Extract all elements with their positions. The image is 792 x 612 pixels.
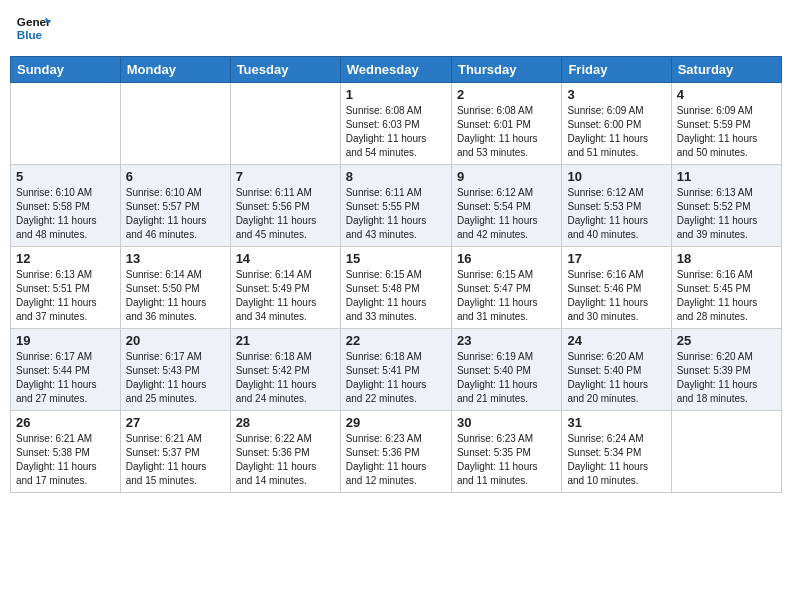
- day-of-week-header: Tuesday: [230, 57, 340, 83]
- day-info: Sunrise: 6:15 AM Sunset: 5:48 PM Dayligh…: [346, 268, 446, 324]
- calendar-cell: 30Sunrise: 6:23 AM Sunset: 5:35 PM Dayli…: [451, 411, 561, 493]
- calendar-cell: [11, 83, 121, 165]
- calendar-cell: 11Sunrise: 6:13 AM Sunset: 5:52 PM Dayli…: [671, 165, 781, 247]
- day-info: Sunrise: 6:12 AM Sunset: 5:53 PM Dayligh…: [567, 186, 665, 242]
- calendar-week-row: 1Sunrise: 6:08 AM Sunset: 6:03 PM Daylig…: [11, 83, 782, 165]
- calendar-cell: 25Sunrise: 6:20 AM Sunset: 5:39 PM Dayli…: [671, 329, 781, 411]
- calendar-cell: 28Sunrise: 6:22 AM Sunset: 5:36 PM Dayli…: [230, 411, 340, 493]
- day-number: 3: [567, 87, 665, 102]
- calendar-cell: 7Sunrise: 6:11 AM Sunset: 5:56 PM Daylig…: [230, 165, 340, 247]
- day-info: Sunrise: 6:10 AM Sunset: 5:58 PM Dayligh…: [16, 186, 115, 242]
- day-info: Sunrise: 6:17 AM Sunset: 5:43 PM Dayligh…: [126, 350, 225, 406]
- day-info: Sunrise: 6:16 AM Sunset: 5:45 PM Dayligh…: [677, 268, 776, 324]
- day-info: Sunrise: 6:11 AM Sunset: 5:56 PM Dayligh…: [236, 186, 335, 242]
- day-number: 27: [126, 415, 225, 430]
- calendar-cell: 4Sunrise: 6:09 AM Sunset: 5:59 PM Daylig…: [671, 83, 781, 165]
- day-info: Sunrise: 6:21 AM Sunset: 5:37 PM Dayligh…: [126, 432, 225, 488]
- day-number: 18: [677, 251, 776, 266]
- day-info: Sunrise: 6:10 AM Sunset: 5:57 PM Dayligh…: [126, 186, 225, 242]
- day-info: Sunrise: 6:11 AM Sunset: 5:55 PM Dayligh…: [346, 186, 446, 242]
- calendar-cell: 16Sunrise: 6:15 AM Sunset: 5:47 PM Dayli…: [451, 247, 561, 329]
- day-number: 14: [236, 251, 335, 266]
- day-number: 2: [457, 87, 556, 102]
- day-info: Sunrise: 6:13 AM Sunset: 5:52 PM Dayligh…: [677, 186, 776, 242]
- day-info: Sunrise: 6:16 AM Sunset: 5:46 PM Dayligh…: [567, 268, 665, 324]
- day-info: Sunrise: 6:13 AM Sunset: 5:51 PM Dayligh…: [16, 268, 115, 324]
- day-info: Sunrise: 6:23 AM Sunset: 5:35 PM Dayligh…: [457, 432, 556, 488]
- day-info: Sunrise: 6:23 AM Sunset: 5:36 PM Dayligh…: [346, 432, 446, 488]
- calendar-cell: 18Sunrise: 6:16 AM Sunset: 5:45 PM Dayli…: [671, 247, 781, 329]
- logo-icon: General Blue: [15, 10, 51, 46]
- calendar-cell: 10Sunrise: 6:12 AM Sunset: 5:53 PM Dayli…: [562, 165, 671, 247]
- calendar-cell: 21Sunrise: 6:18 AM Sunset: 5:42 PM Dayli…: [230, 329, 340, 411]
- day-number: 5: [16, 169, 115, 184]
- calendar-cell: 2Sunrise: 6:08 AM Sunset: 6:01 PM Daylig…: [451, 83, 561, 165]
- calendar-cell: 6Sunrise: 6:10 AM Sunset: 5:57 PM Daylig…: [120, 165, 230, 247]
- day-of-week-header: Friday: [562, 57, 671, 83]
- day-of-week-header: Monday: [120, 57, 230, 83]
- calendar-week-row: 5Sunrise: 6:10 AM Sunset: 5:58 PM Daylig…: [11, 165, 782, 247]
- day-number: 30: [457, 415, 556, 430]
- day-of-week-header: Wednesday: [340, 57, 451, 83]
- calendar-cell: 20Sunrise: 6:17 AM Sunset: 5:43 PM Dayli…: [120, 329, 230, 411]
- calendar-cell: 14Sunrise: 6:14 AM Sunset: 5:49 PM Dayli…: [230, 247, 340, 329]
- calendar-cell: 13Sunrise: 6:14 AM Sunset: 5:50 PM Dayli…: [120, 247, 230, 329]
- day-number: 1: [346, 87, 446, 102]
- day-info: Sunrise: 6:18 AM Sunset: 5:42 PM Dayligh…: [236, 350, 335, 406]
- calendar-cell: [120, 83, 230, 165]
- day-of-week-header: Saturday: [671, 57, 781, 83]
- day-info: Sunrise: 6:14 AM Sunset: 5:49 PM Dayligh…: [236, 268, 335, 324]
- day-number: 17: [567, 251, 665, 266]
- page-header: General Blue: [10, 10, 782, 46]
- day-number: 13: [126, 251, 225, 266]
- calendar-cell: 31Sunrise: 6:24 AM Sunset: 5:34 PM Dayli…: [562, 411, 671, 493]
- day-number: 8: [346, 169, 446, 184]
- day-number: 28: [236, 415, 335, 430]
- calendar-cell: 5Sunrise: 6:10 AM Sunset: 5:58 PM Daylig…: [11, 165, 121, 247]
- logo: General Blue: [15, 10, 55, 46]
- calendar-week-row: 26Sunrise: 6:21 AM Sunset: 5:38 PM Dayli…: [11, 411, 782, 493]
- calendar-cell: [230, 83, 340, 165]
- day-info: Sunrise: 6:24 AM Sunset: 5:34 PM Dayligh…: [567, 432, 665, 488]
- calendar-table: SundayMondayTuesdayWednesdayThursdayFrid…: [10, 56, 782, 493]
- day-number: 23: [457, 333, 556, 348]
- day-info: Sunrise: 6:09 AM Sunset: 5:59 PM Dayligh…: [677, 104, 776, 160]
- calendar-cell: 1Sunrise: 6:08 AM Sunset: 6:03 PM Daylig…: [340, 83, 451, 165]
- day-number: 21: [236, 333, 335, 348]
- day-number: 6: [126, 169, 225, 184]
- day-number: 16: [457, 251, 556, 266]
- day-number: 11: [677, 169, 776, 184]
- day-info: Sunrise: 6:20 AM Sunset: 5:40 PM Dayligh…: [567, 350, 665, 406]
- calendar-cell: 24Sunrise: 6:20 AM Sunset: 5:40 PM Dayli…: [562, 329, 671, 411]
- day-number: 10: [567, 169, 665, 184]
- day-info: Sunrise: 6:22 AM Sunset: 5:36 PM Dayligh…: [236, 432, 335, 488]
- calendar-cell: 8Sunrise: 6:11 AM Sunset: 5:55 PM Daylig…: [340, 165, 451, 247]
- calendar-week-row: 12Sunrise: 6:13 AM Sunset: 5:51 PM Dayli…: [11, 247, 782, 329]
- day-number: 31: [567, 415, 665, 430]
- calendar-cell: 27Sunrise: 6:21 AM Sunset: 5:37 PM Dayli…: [120, 411, 230, 493]
- day-info: Sunrise: 6:15 AM Sunset: 5:47 PM Dayligh…: [457, 268, 556, 324]
- calendar-cell: 22Sunrise: 6:18 AM Sunset: 5:41 PM Dayli…: [340, 329, 451, 411]
- calendar-week-row: 19Sunrise: 6:17 AM Sunset: 5:44 PM Dayli…: [11, 329, 782, 411]
- day-info: Sunrise: 6:18 AM Sunset: 5:41 PM Dayligh…: [346, 350, 446, 406]
- day-number: 24: [567, 333, 665, 348]
- calendar-cell: 12Sunrise: 6:13 AM Sunset: 5:51 PM Dayli…: [11, 247, 121, 329]
- calendar-cell: [671, 411, 781, 493]
- calendar-cell: 19Sunrise: 6:17 AM Sunset: 5:44 PM Dayli…: [11, 329, 121, 411]
- day-of-week-header: Thursday: [451, 57, 561, 83]
- day-number: 19: [16, 333, 115, 348]
- day-number: 12: [16, 251, 115, 266]
- day-number: 15: [346, 251, 446, 266]
- day-info: Sunrise: 6:21 AM Sunset: 5:38 PM Dayligh…: [16, 432, 115, 488]
- svg-text:Blue: Blue: [17, 28, 43, 41]
- day-number: 25: [677, 333, 776, 348]
- day-info: Sunrise: 6:09 AM Sunset: 6:00 PM Dayligh…: [567, 104, 665, 160]
- day-info: Sunrise: 6:08 AM Sunset: 6:03 PM Dayligh…: [346, 104, 446, 160]
- day-info: Sunrise: 6:14 AM Sunset: 5:50 PM Dayligh…: [126, 268, 225, 324]
- day-number: 20: [126, 333, 225, 348]
- calendar-cell: 29Sunrise: 6:23 AM Sunset: 5:36 PM Dayli…: [340, 411, 451, 493]
- day-of-week-header: Sunday: [11, 57, 121, 83]
- day-info: Sunrise: 6:12 AM Sunset: 5:54 PM Dayligh…: [457, 186, 556, 242]
- calendar-cell: 23Sunrise: 6:19 AM Sunset: 5:40 PM Dayli…: [451, 329, 561, 411]
- calendar-cell: 26Sunrise: 6:21 AM Sunset: 5:38 PM Dayli…: [11, 411, 121, 493]
